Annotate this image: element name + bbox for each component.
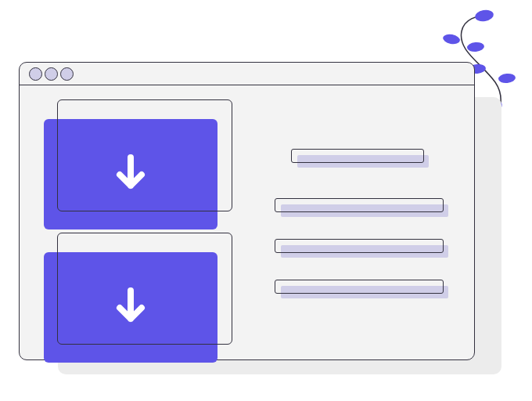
svg-point-0 xyxy=(474,9,494,23)
content-bar xyxy=(275,198,444,212)
window-control-dot[interactable] xyxy=(29,67,42,81)
content-bar xyxy=(275,280,444,294)
window-control-dot[interactable] xyxy=(45,67,58,81)
content-bar xyxy=(275,239,444,253)
svg-point-1 xyxy=(442,33,461,45)
content-bar xyxy=(291,149,424,163)
illustration-canvas xyxy=(0,0,532,401)
window-control-dot[interactable] xyxy=(60,67,74,81)
svg-point-2 xyxy=(467,42,485,52)
browser-window xyxy=(19,62,475,360)
download-arrow-icon xyxy=(115,287,146,325)
window-titlebar xyxy=(20,63,474,85)
svg-point-4 xyxy=(498,73,516,84)
download-arrow-icon xyxy=(115,154,146,192)
